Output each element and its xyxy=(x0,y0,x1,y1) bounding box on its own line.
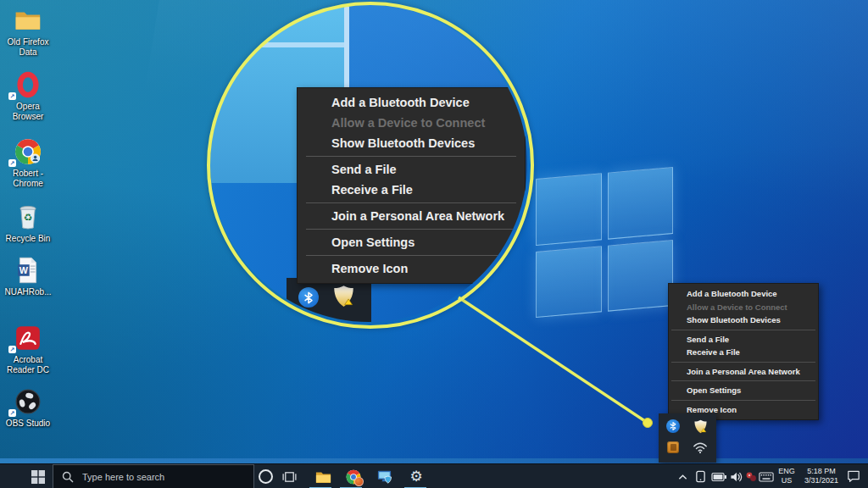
desktop-icon-old-firefox-data[interactable]: Old Firefox Data xyxy=(3,5,53,57)
shortcut-arrow-icon: ↗ xyxy=(8,92,16,100)
desktop-icon-label: Recycle Bin xyxy=(3,234,53,244)
language-line1: ENG xyxy=(773,467,800,476)
desktop-icon-recycle-bin[interactable]: ♻Recycle Bin xyxy=(3,202,53,244)
word-icon: W xyxy=(3,255,53,286)
bluetooth-context-menu: Add a Bluetooth DeviceAllow a Device to … xyxy=(668,283,819,420)
task-view-icon xyxy=(282,471,297,483)
bluetooth-icon[interactable] xyxy=(298,287,319,308)
windows-desktop: Old Firefox Data↗Opera Browser↗Robert - … xyxy=(0,0,868,488)
tray-overflow-popup xyxy=(659,413,716,463)
menu-item-show-bluetooth-devices[interactable]: Show Bluetooth Devices xyxy=(298,133,525,153)
clock-time: 5:18 PM xyxy=(800,467,843,476)
app-orange-icon[interactable] xyxy=(665,439,682,456)
desktop-icon-robert-chrome[interactable]: ↗Robert - Chrome xyxy=(3,136,53,188)
windows-logo-pane xyxy=(536,173,602,245)
menu-item-send-a-file[interactable]: Send a File xyxy=(669,333,818,347)
task-view-button[interactable] xyxy=(278,464,300,488)
tablet-icon[interactable] xyxy=(692,464,709,488)
hidden-icons-chevron[interactable] xyxy=(675,464,690,488)
desktop-icon-acrobat-reader-dc[interactable]: ↗Acrobat Reader DC xyxy=(3,323,53,374)
settings-button[interactable]: ⚙ xyxy=(405,464,427,488)
desktop-icon-label: OBS Studio xyxy=(3,419,53,429)
menu-separator xyxy=(306,202,516,203)
desktop-icon-label: Acrobat Reader DC xyxy=(3,355,53,374)
desktop-icon-label: Robert - Chrome xyxy=(3,169,53,188)
acrobat-icon: ↗ xyxy=(3,323,53,353)
menu-item-receive-a-file[interactable]: Receive a File xyxy=(669,346,818,359)
menu-item-send-a-file[interactable]: Send a File xyxy=(298,159,525,180)
menu-item-open-settings[interactable]: Open Settings xyxy=(298,232,525,252)
menu-item-allow-a-device-to-connect: Allow a Device to Connect xyxy=(298,113,525,133)
recycle-icon: ♻ xyxy=(3,202,53,232)
pc-security-button[interactable] xyxy=(373,464,395,488)
pc-shield-icon xyxy=(376,469,392,484)
menu-item-open-settings[interactable]: Open Settings xyxy=(669,384,818,397)
menu-item-show-bluetooth-devices[interactable]: Show Bluetooth Devices xyxy=(669,313,818,327)
defender-shield-icon[interactable] xyxy=(332,285,355,311)
menu-item-allow-a-device-to-connect: Allow a Device to Connect xyxy=(669,301,818,314)
language-line2: US xyxy=(773,476,800,485)
opera-icon: ↗ xyxy=(3,69,53,100)
windows-start-icon xyxy=(31,470,45,484)
volume-icon[interactable] xyxy=(727,464,744,488)
menu-separator xyxy=(671,400,815,401)
desktop-icon-label: Old Firefox Data xyxy=(3,37,53,57)
svg-text:♻: ♻ xyxy=(24,212,33,224)
desktop-icon-obs-studio[interactable]: ↗OBS Studio xyxy=(3,386,53,429)
desktop-icon-nuahrob[interactable]: WNUAHRob... xyxy=(3,255,53,297)
bluetooth-context-menu-magnified: Add a Bluetooth DeviceAllow a Device to … xyxy=(297,87,526,284)
shortcut-arrow-icon: ↗ xyxy=(8,159,16,167)
language-indicator[interactable]: ENG US xyxy=(773,464,800,488)
settings-gear-icon: ⚙ xyxy=(409,469,422,484)
search-icon xyxy=(62,471,74,483)
menu-item-join-a-personal-area-network[interactable]: Join a Personal Area Network xyxy=(669,365,818,379)
menu-item-join-a-personal-area-network[interactable]: Join a Personal Area Network xyxy=(298,206,525,226)
cortana-icon xyxy=(259,469,273,484)
menu-item-add-a-bluetooth-device[interactable]: Add a Bluetooth Device xyxy=(298,92,525,113)
chrome-button[interactable] xyxy=(342,464,364,488)
windows-logo-wallpaper xyxy=(536,167,673,318)
action-center-button[interactable] xyxy=(843,464,865,488)
file-explorer-icon xyxy=(315,470,331,484)
menu-separator xyxy=(671,330,815,330)
search-input[interactable] xyxy=(81,471,236,483)
menu-item-receive-a-file[interactable]: Receive a File xyxy=(298,180,525,200)
windows-logo-pane xyxy=(608,167,674,239)
obs-icon: ↗ xyxy=(3,386,53,417)
taskbar-search-box[interactable] xyxy=(53,464,254,488)
shortcut-arrow-icon: ↗ xyxy=(8,409,16,417)
notification-badge xyxy=(354,477,364,486)
menu-separator xyxy=(306,229,516,230)
file-explorer-button[interactable] xyxy=(312,464,334,488)
menu-separator xyxy=(306,156,516,157)
menu-separator xyxy=(671,362,815,363)
taskbar: ⚙ xyxy=(0,463,868,488)
shortcut-arrow-icon: ↗ xyxy=(8,346,16,353)
battery-icon[interactable] xyxy=(709,464,728,488)
chrome-icon: ↗ xyxy=(3,136,53,167)
taskbar-clock[interactable]: 5:18 PM 3/31/2021 xyxy=(800,464,843,488)
defender-shield-icon[interactable] xyxy=(691,417,709,435)
menu-separator xyxy=(671,380,815,381)
folder-icon xyxy=(3,5,53,36)
magnifier-callout-circle: Add a Bluetooth DeviceAllow a Device to … xyxy=(210,5,527,322)
start-button[interactable] xyxy=(25,464,51,488)
chrome-icon xyxy=(346,469,361,485)
bluetooth-icon[interactable] xyxy=(665,418,682,435)
desktop-icon-label: NUAHRob... xyxy=(3,287,53,297)
windows-logo-pane xyxy=(536,246,602,318)
desktop-icon-label: Opera Browser xyxy=(3,102,53,121)
menu-item-add-a-bluetooth-device[interactable]: Add a Bluetooth Device xyxy=(669,287,818,301)
svg-text:W: W xyxy=(19,265,29,275)
desktop-icon-opera-browser[interactable]: ↗Opera Browser xyxy=(3,69,53,121)
action-center-icon xyxy=(847,470,860,483)
windows-logo-pane xyxy=(608,239,674,311)
clock-date: 3/31/2021 xyxy=(800,476,843,485)
menu-separator xyxy=(306,255,516,256)
cortana-button[interactable] xyxy=(254,464,276,488)
wifi-signal-icon[interactable] xyxy=(691,439,709,456)
